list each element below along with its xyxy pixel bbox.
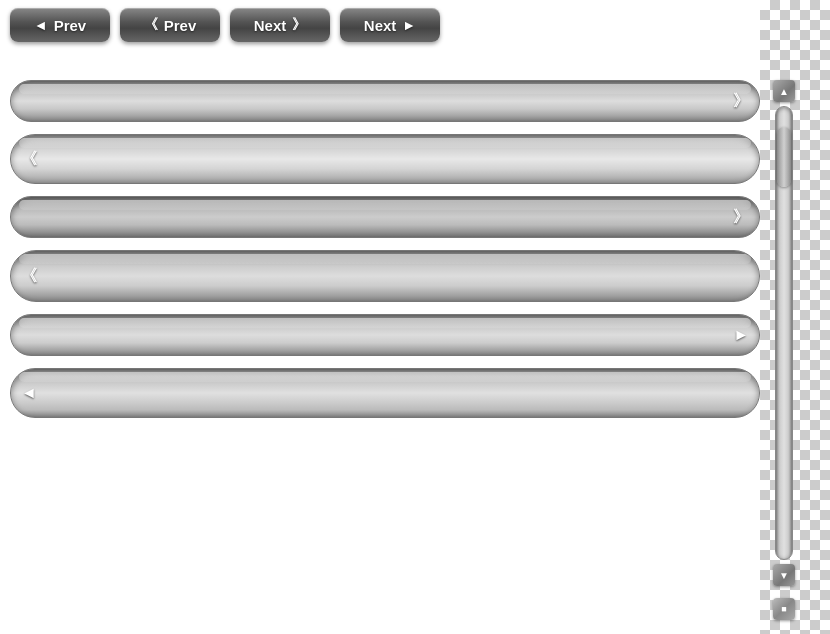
scrollbar-row-3: 》: [10, 196, 760, 238]
prev2-double-arrow-icon: 《: [144, 16, 158, 34]
prev-button-1[interactable]: ◄ Prev: [10, 8, 110, 42]
scrollbar-1-right-arrow: 》: [733, 91, 749, 112]
next1-label: Next: [254, 17, 287, 34]
down-arrow-icon: ▼: [779, 570, 789, 581]
next1-double-arrow-icon: 》: [292, 16, 306, 34]
prev2-label: Prev: [164, 17, 197, 34]
scrollbar-5-right-arrow: ►: [733, 326, 749, 344]
scrollbar-row-1: 》: [10, 80, 760, 122]
scrollbar-row-2: 《: [10, 134, 760, 184]
scrollbar-3[interactable]: 》: [10, 196, 760, 238]
vertical-scroll-up-button[interactable]: ▲: [773, 80, 795, 102]
scrollbars-container: 》 《 》 《 ► ◄: [10, 80, 760, 418]
scrollbar-row-6: ◄: [10, 368, 760, 418]
scrollbar-2-left-arrow: 《: [21, 149, 37, 170]
vertical-scroll-track[interactable]: [775, 106, 793, 560]
prev1-label: Prev: [54, 17, 87, 34]
vertical-scroll-extra-button[interactable]: ■: [773, 598, 795, 620]
scrollbar-5[interactable]: ►: [10, 314, 760, 356]
scrollbar-row-5: ►: [10, 314, 760, 356]
vertical-scrollbar: ▲ ▼ ■: [773, 80, 795, 620]
vertical-scroll-thumb[interactable]: [777, 127, 791, 187]
prev-button-2[interactable]: 《 Prev: [120, 8, 220, 42]
next-button-2[interactable]: Next ►: [340, 8, 440, 42]
extra-icon: ■: [781, 604, 786, 614]
scrollbar-6[interactable]: ◄: [10, 368, 760, 418]
next-button-1[interactable]: Next 》: [230, 8, 330, 42]
up-arrow-icon: ▲: [779, 86, 789, 97]
vertical-scroll-down-button[interactable]: ▼: [773, 564, 795, 586]
scrollbar-6-left-arrow: ◄: [21, 384, 37, 402]
next2-right-arrow-icon: ►: [402, 17, 416, 33]
prev1-left-arrow-icon: ◄: [34, 17, 48, 33]
scrollbar-4-left-arrow: 《: [21, 266, 37, 287]
scrollbar-4[interactable]: 《: [10, 250, 760, 302]
scrollbar-1[interactable]: 》: [10, 80, 760, 122]
scrollbar-row-4: 《: [10, 250, 760, 302]
top-nav-buttons: ◄ Prev 《 Prev Next 》 Next ►: [10, 8, 440, 42]
scrollbar-3-right-arrow: 》: [733, 207, 749, 228]
next2-label: Next: [364, 17, 397, 34]
scrollbar-2[interactable]: 《: [10, 134, 760, 184]
